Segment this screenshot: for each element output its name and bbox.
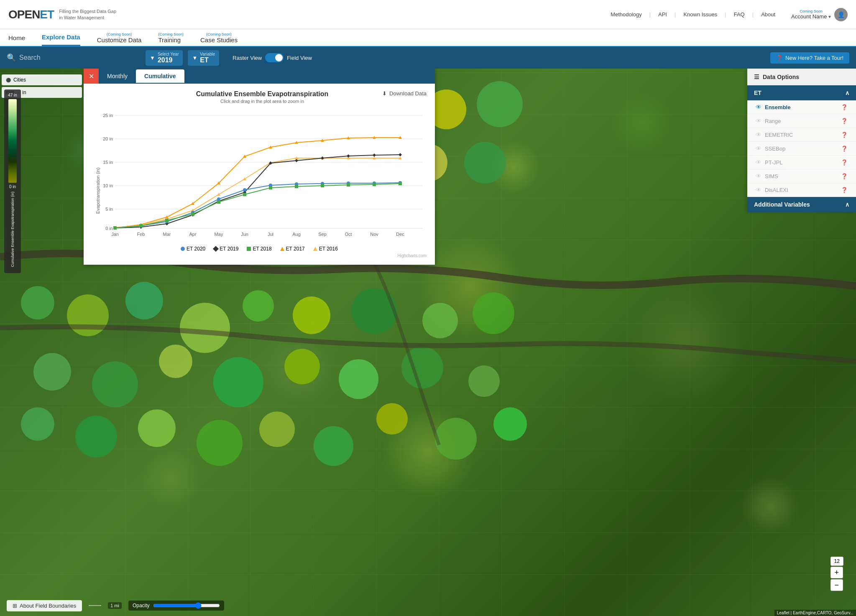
- nav-faq[interactable]: FAQ: [734, 11, 745, 18]
- scale-indicator: 1 mi: [108, 602, 122, 609]
- help-icon-eemetric[interactable]: ❓: [841, 132, 848, 138]
- opacity-slider[interactable]: [153, 602, 220, 609]
- tab-monthly[interactable]: Monthly: [99, 69, 136, 83]
- nav-home[interactable]: Home: [8, 30, 25, 46]
- svg-text:Sep: Sep: [318, 232, 327, 237]
- legend-gradient: [8, 99, 17, 183]
- svg-text:Evapotranspiration (in): Evapotranspiration (in): [95, 168, 100, 214]
- svg-text:25 in: 25 in: [103, 113, 113, 118]
- year-select[interactable]: ▼ Select Year 2019: [146, 50, 183, 66]
- logo-subtitle: Filling the Biggest Data Gapin Water Man…: [59, 8, 116, 20]
- et-item-eemetric[interactable]: 👁 EEMETRIC ❓: [747, 128, 856, 142]
- svg-text:Aug: Aug: [292, 232, 301, 237]
- et-item-sims[interactable]: 👁 SIMS ❓: [747, 169, 856, 183]
- chart-svg-container: Evapotranspiration (in) 25 in 20 in 15 i…: [92, 107, 427, 243]
- et-item-range[interactable]: 👁 Range ❓: [747, 114, 856, 128]
- svg-rect-83: [373, 183, 376, 186]
- chart-close-button[interactable]: ✕: [84, 69, 99, 84]
- nav-case-studies[interactable]: Case Studies: [200, 32, 238, 48]
- svg-rect-78: [243, 193, 246, 196]
- zoom-level-badge: 12: [830, 557, 843, 566]
- chart-tabs: ✕ Monthly Cumulative: [84, 69, 435, 84]
- et-section-header[interactable]: ET ∧: [747, 85, 856, 100]
- chart-subtitle: Click and drag in the plot area to zoom …: [142, 99, 382, 104]
- svg-rect-84: [399, 182, 402, 185]
- help-icon-ensemble[interactable]: ❓: [841, 104, 848, 110]
- legend-bar: 47 in 0 in Cumulative Ensemble Evapotran…: [4, 89, 21, 273]
- download-data-button[interactable]: ⬇ Download Data: [382, 90, 427, 97]
- zoom-in-button[interactable]: +: [830, 567, 843, 578]
- year-select-label: Select Year: [158, 52, 179, 56]
- svg-text:15 in: 15 in: [103, 160, 113, 165]
- svg-rect-80: [295, 185, 298, 188]
- et-item-disalexi[interactable]: 👁 DisALEXI ❓: [747, 183, 856, 197]
- nav-api[interactable]: API: [658, 11, 667, 18]
- et-item-ssebop[interactable]: 👁 SSEBop ❓: [747, 142, 856, 156]
- svg-rect-79: [269, 186, 272, 189]
- help-icon-ssebop[interactable]: ❓: [841, 146, 848, 152]
- svg-text:10 in: 10 in: [103, 183, 113, 188]
- logo-open: OPEN: [8, 8, 40, 21]
- legend-et-2018: ET 2018: [247, 246, 271, 252]
- svg-text:Nov: Nov: [370, 232, 378, 237]
- chart-header: Cumulative Ensemble Evapotranspiration C…: [92, 90, 427, 104]
- highcharts-credit: Highcharts.com: [92, 253, 427, 258]
- eye-icon-sims: 👁: [756, 173, 761, 179]
- help-icon-range[interactable]: ❓: [841, 118, 848, 124]
- zoom-controls: 12 + −: [830, 557, 843, 591]
- svg-text:0 in: 0 in: [105, 226, 113, 231]
- svg-text:Apr: Apr: [189, 232, 196, 237]
- zoom-out-button[interactable]: −: [830, 579, 843, 591]
- help-icon-disalexi[interactable]: ❓: [841, 187, 848, 193]
- account-area[interactable]: Coming Soon Account Name ▾ 👤: [791, 8, 848, 21]
- field-view-label: Field View: [287, 55, 312, 61]
- svg-rect-81: [321, 184, 324, 187]
- map-container[interactable]: ⚫ Cities mm ● in 47 in 0 in Cumulative E…: [0, 69, 856, 616]
- svg-text:20 in: 20 in: [103, 136, 113, 141]
- svg-rect-77: [217, 200, 220, 204]
- nav-training[interactable]: Training: [158, 32, 181, 48]
- tab-cumulative[interactable]: Cumulative: [136, 69, 184, 83]
- field-icon: ⊞: [13, 603, 17, 609]
- svg-rect-73: [113, 226, 117, 230]
- chart-title: Cumulative Ensemble Evapotranspiration: [142, 90, 382, 98]
- svg-text:Dec: Dec: [396, 232, 404, 237]
- site-logo[interactable]: OPENET Filling the Biggest Data Gapin Wa…: [8, 8, 116, 21]
- svg-text:May: May: [215, 232, 223, 237]
- chart-title-area: Cumulative Ensemble Evapotranspiration C…: [142, 90, 382, 104]
- nav-about[interactable]: About: [761, 11, 775, 18]
- et-item-ptjpl[interactable]: 👁 PT-JPL ❓: [747, 156, 856, 169]
- help-icon-sims[interactable]: ❓: [841, 173, 848, 179]
- nav-explore-data[interactable]: Explore Data: [42, 29, 80, 46]
- legend-top-value: 47 in: [6, 93, 19, 97]
- et-item-ensemble[interactable]: 👁 Ensemble ❓: [747, 100, 856, 114]
- unit-in[interactable]: in: [22, 89, 26, 95]
- nav-methodology[interactable]: Methodology: [611, 11, 641, 18]
- nav-known-issues[interactable]: Known Issues: [683, 11, 717, 18]
- eye-icon-ensemble: 👁: [756, 104, 761, 110]
- legend-axis-label: Cumulative Ensemble Evapotranspiration (…: [10, 192, 15, 267]
- right-panel: ☰ Data Options ET ∧ 👁 Ensemble ❓ 👁 Range…: [747, 69, 856, 212]
- additional-variables-section[interactable]: Additional Variables ∧: [747, 197, 856, 212]
- raster-view-label: Raster View: [233, 55, 262, 61]
- year-select-value: 2019: [158, 56, 173, 64]
- view-toggle-switch[interactable]: [265, 53, 284, 62]
- svg-text:Jul: Jul: [268, 232, 273, 237]
- question-circle-icon: ❓: [776, 55, 783, 61]
- search-area: 🔍: [7, 53, 141, 62]
- new-here-button[interactable]: ❓ New Here? Take a Tour!: [770, 52, 849, 64]
- svg-marker-59: [373, 153, 376, 157]
- variable-select[interactable]: ▼ Variable ET: [188, 50, 219, 66]
- avatar[interactable]: 👤: [834, 8, 848, 21]
- nav-customize-data[interactable]: Customize Data: [97, 32, 142, 48]
- search-input[interactable]: [19, 54, 120, 61]
- layers-icon: ☰: [754, 74, 759, 80]
- help-icon-ptjpl[interactable]: ❓: [841, 159, 848, 166]
- about-field-boundaries-button[interactable]: ⊞ About Field Boundaries: [7, 600, 82, 611]
- eye-icon-eemetric: 👁: [756, 131, 761, 138]
- variable-select-value: ET: [200, 56, 208, 64]
- account-name: Account Name: [791, 13, 827, 20]
- search-icon[interactable]: 🔍: [7, 53, 16, 62]
- svg-point-65: [217, 197, 220, 201]
- cities-toggle[interactable]: ⚫ Cities: [2, 74, 82, 85]
